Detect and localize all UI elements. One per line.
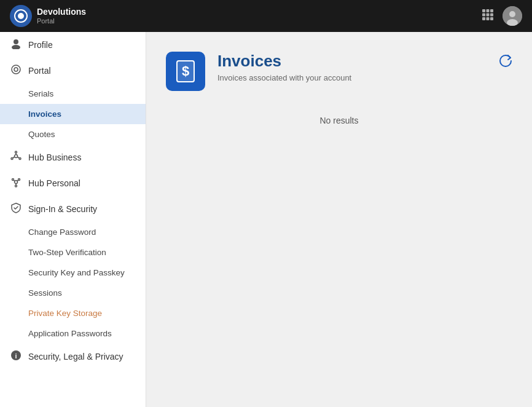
sidebar-label-private-key: Private Key Storage bbox=[28, 309, 102, 318]
svg-rect-2 bbox=[482, 9, 485, 12]
svg-point-15 bbox=[12, 45, 20, 49]
sidebar-label-change-password: Change Password bbox=[28, 227, 96, 237]
sidebar-item-profile[interactable]: Profile bbox=[0, 32, 146, 58]
person-icon bbox=[10, 38, 22, 52]
brand-name: Devolutions bbox=[37, 7, 86, 17]
grid-icon[interactable] bbox=[482, 9, 494, 24]
svg-point-28 bbox=[15, 185, 17, 187]
content-area: $ Invoices Invoices associated with your… bbox=[146, 32, 532, 407]
svg-point-27 bbox=[18, 179, 20, 181]
svg-text:$: $ bbox=[182, 63, 189, 79]
sidebar: Profile Portal Serials Invoices Quotes bbox=[0, 32, 146, 407]
sidebar-label-hub-personal: Hub Personal bbox=[28, 178, 80, 188]
sidebar-item-portal[interactable]: Portal bbox=[0, 58, 146, 84]
svg-point-14 bbox=[14, 39, 18, 44]
hub-business-icon bbox=[10, 151, 22, 164]
svg-rect-8 bbox=[482, 17, 485, 20]
logo-text: Devolutions Portal bbox=[37, 7, 86, 25]
svg-rect-5 bbox=[482, 13, 485, 16]
svg-line-24 bbox=[13, 157, 15, 158]
info-icon: i bbox=[10, 350, 22, 363]
svg-point-20 bbox=[19, 158, 21, 160]
sidebar-item-hub-personal[interactable]: Hub Personal bbox=[0, 170, 146, 196]
sidebar-item-invoices[interactable]: Invoices bbox=[0, 104, 146, 124]
sidebar-label-two-step: Two-Step Verification bbox=[28, 248, 106, 257]
sidebar-label-quotes: Quotes bbox=[28, 130, 55, 139]
svg-point-17 bbox=[14, 68, 18, 71]
svg-rect-9 bbox=[487, 17, 490, 20]
sidebar-item-sessions[interactable]: Sessions bbox=[0, 283, 146, 303]
brand-sub: Portal bbox=[37, 17, 86, 25]
page-title: Invoices bbox=[217, 52, 487, 71]
refresh-button[interactable] bbox=[499, 54, 512, 71]
svg-rect-3 bbox=[487, 9, 490, 12]
sidebar-item-quotes[interactable]: Quotes bbox=[0, 124, 146, 144]
sidebar-item-app-passwords[interactable]: Application Passwords bbox=[0, 323, 146, 344]
svg-point-18 bbox=[15, 155, 18, 158]
sidebar-label-sessions: Sessions bbox=[28, 288, 62, 298]
sidebar-label-security-legal: Security, Legal & Privacy bbox=[28, 352, 123, 362]
header-logo-area: Devolutions Portal bbox=[10, 5, 86, 27]
main-layout: Profile Portal Serials Invoices Quotes bbox=[0, 32, 532, 407]
sidebar-label-sign-in-security: Sign-In & Security bbox=[28, 204, 97, 214]
sidebar-label-serials: Serials bbox=[28, 89, 53, 98]
page-subtitle: Invoices associated with your account bbox=[217, 73, 487, 82]
hub-personal-icon bbox=[10, 176, 22, 190]
logo-icon bbox=[10, 5, 32, 27]
svg-point-12 bbox=[509, 11, 515, 17]
sidebar-label-app-passwords: Application Passwords bbox=[28, 329, 112, 338]
avatar[interactable] bbox=[503, 6, 522, 26]
sidebar-label-security-key: Security Key and Passkey bbox=[28, 268, 125, 277]
svg-line-23 bbox=[17, 157, 19, 158]
sidebar-label-profile: Profile bbox=[28, 40, 53, 50]
sidebar-label-hub-business: Hub Business bbox=[28, 152, 81, 162]
portal-icon bbox=[10, 64, 22, 77]
svg-point-19 bbox=[15, 151, 17, 153]
sidebar-item-hub-business[interactable]: Hub Business bbox=[0, 144, 146, 170]
svg-point-21 bbox=[11, 158, 13, 160]
svg-rect-7 bbox=[490, 13, 493, 16]
no-results-text: No results bbox=[166, 116, 512, 125]
svg-rect-6 bbox=[487, 13, 490, 16]
header-right bbox=[482, 6, 522, 26]
sidebar-item-change-password[interactable]: Change Password bbox=[0, 222, 146, 242]
invoices-icon-box: $ bbox=[166, 52, 205, 91]
content-title-area: Invoices Invoices associated with your a… bbox=[217, 52, 487, 82]
sidebar-item-sign-in-security[interactable]: Sign-In & Security bbox=[0, 196, 146, 222]
svg-text:i: i bbox=[15, 352, 17, 360]
sidebar-item-two-step[interactable]: Two-Step Verification bbox=[0, 242, 146, 263]
content-header: $ Invoices Invoices associated with your… bbox=[166, 52, 512, 91]
sidebar-item-security-legal[interactable]: i Security, Legal & Privacy bbox=[0, 344, 146, 369]
sidebar-label-invoices: Invoices bbox=[28, 109, 61, 119]
sidebar-item-private-key[interactable]: Private Key Storage bbox=[0, 303, 146, 323]
svg-point-26 bbox=[12, 179, 14, 181]
shield-icon bbox=[10, 202, 22, 216]
svg-point-1 bbox=[18, 13, 24, 19]
svg-rect-4 bbox=[490, 9, 493, 12]
header: Devolutions Portal bbox=[0, 0, 532, 32]
sidebar-item-serials[interactable]: Serials bbox=[0, 84, 146, 104]
svg-point-16 bbox=[12, 65, 20, 74]
svg-rect-10 bbox=[490, 17, 493, 20]
sidebar-label-portal: Portal bbox=[28, 66, 51, 76]
sidebar-item-security-key[interactable]: Security Key and Passkey bbox=[0, 263, 146, 283]
